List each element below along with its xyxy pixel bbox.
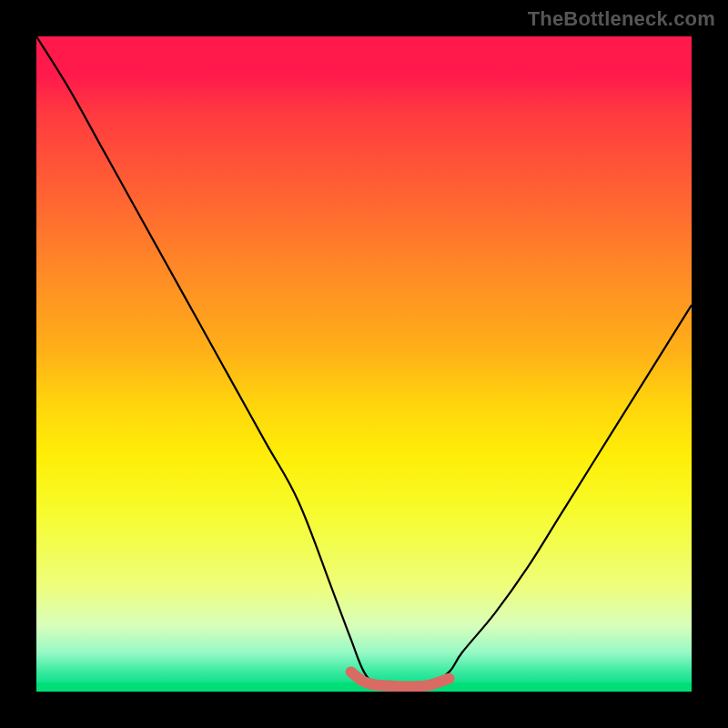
bottleneck-curve [36,36,692,689]
plot-area [36,36,692,692]
chart-wrapper: TheBottleneck.com [0,0,728,728]
watermark-text: TheBottleneck.com [528,7,715,31]
curve-svg [36,36,692,692]
